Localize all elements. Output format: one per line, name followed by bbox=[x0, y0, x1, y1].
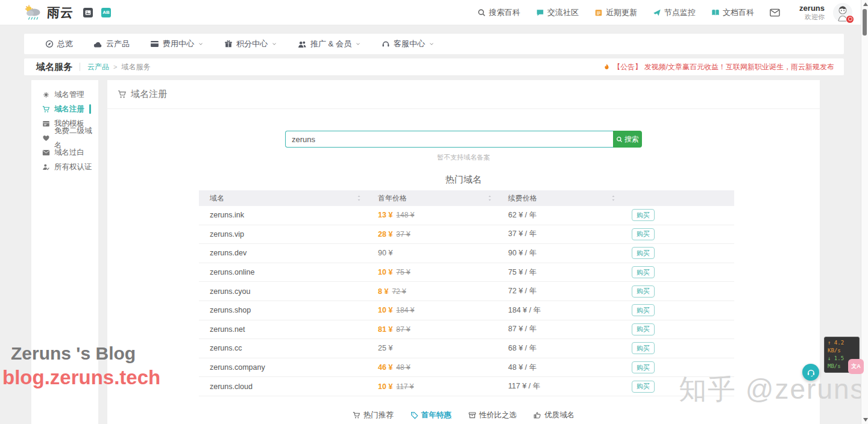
rain-cloud-logo-icon bbox=[24, 5, 42, 20]
renewal-price: 117 ¥ / 年 bbox=[497, 381, 621, 391]
table-row: zeruns.company46 ¥48 ¥48 ¥ / 年购买 bbox=[199, 358, 734, 378]
top-menu: 搜索百科 交流社区 近期更新 节点监控 文档百科 zeruns bbox=[477, 4, 825, 22]
active-indicator bbox=[89, 104, 91, 114]
table-row: zeruns.cyou8 ¥72 ¥72 ¥ / 年购买 bbox=[199, 282, 734, 301]
tab-premium-domains[interactable]: 优质域名 bbox=[533, 410, 574, 420]
scroll-down-arrow-icon[interactable] bbox=[863, 418, 868, 422]
buy-button[interactable]: 购买 bbox=[632, 228, 655, 240]
thumbs-up-icon bbox=[533, 411, 541, 419]
headset-icon bbox=[807, 368, 816, 377]
domain-name: zeruns.online bbox=[199, 268, 366, 276]
price-original: 148 ¥ bbox=[396, 211, 414, 219]
template-icon bbox=[42, 120, 50, 128]
header-domain[interactable]: 域名 bbox=[199, 193, 366, 204]
top-menu-updates[interactable]: 近期更新 bbox=[594, 7, 637, 18]
sidebar: 域名管理 域名注册 我的模板 免费二级域名 域名过白 所有权认证 bbox=[31, 80, 98, 424]
mail-icon bbox=[42, 149, 50, 156]
translate-icon: 文A bbox=[851, 363, 861, 370]
chevron-down-icon bbox=[271, 41, 277, 47]
mail-button[interactable] bbox=[770, 8, 780, 17]
renewal-price: 48 ¥ / 年 bbox=[497, 363, 621, 373]
cart-icon bbox=[118, 90, 127, 99]
domain-name: zeruns.shop bbox=[199, 306, 366, 314]
breadcrumb-parent-link[interactable]: 云产品 bbox=[87, 62, 109, 72]
calendar-icon bbox=[594, 8, 603, 17]
flame-icon bbox=[603, 63, 610, 71]
sidebar-item-domain-whitelist[interactable]: 域名过白 bbox=[31, 145, 98, 160]
breadcrumb-separator: > bbox=[113, 63, 117, 70]
price-original: 87 ¥ bbox=[396, 325, 410, 334]
buy-button[interactable]: 购买 bbox=[632, 323, 655, 335]
table-row: zeruns.online10 ¥75 ¥75 ¥ / 年购买 bbox=[199, 263, 734, 282]
top-menu-community[interactable]: 交流社区 bbox=[536, 7, 579, 18]
sort-icon[interactable] bbox=[356, 195, 362, 202]
search-button[interactable]: 搜索 bbox=[613, 131, 642, 148]
person-check-icon bbox=[42, 163, 50, 171]
tab-first-year-deal[interactable]: 首年特惠 bbox=[410, 410, 451, 420]
users-icon bbox=[298, 40, 307, 48]
avatar[interactable] bbox=[833, 3, 852, 22]
buy-button[interactable]: 购买 bbox=[632, 247, 655, 259]
brand[interactable]: 雨云 AB bbox=[24, 4, 111, 21]
domain-name: zeruns.cloud bbox=[199, 382, 366, 391]
domain-search: 搜索 bbox=[285, 131, 642, 148]
price-original: 75 ¥ bbox=[396, 268, 410, 276]
domain-search-input[interactable] bbox=[285, 131, 613, 148]
screen: 雨云 AB 搜索百科 交流社区 近期更新 节点监控 bbox=[0, 0, 868, 424]
buy-button[interactable]: 购买 bbox=[632, 266, 655, 278]
renewal-price: 87 ¥ / 年 bbox=[497, 324, 621, 334]
sort-icon[interactable] bbox=[487, 195, 492, 202]
tab-value-picks[interactable]: 性价比之选 bbox=[468, 410, 517, 420]
price-current: 90 ¥ bbox=[378, 249, 392, 257]
sort-icon[interactable] bbox=[611, 195, 616, 202]
buy-button[interactable]: 购买 bbox=[632, 304, 655, 316]
buy-button[interactable]: 购买 bbox=[632, 361, 655, 373]
announcement-link[interactable]: 【公告】 发视频/文章赢百元收益！互联网新职业诞生，雨云新规发布 bbox=[603, 62, 834, 72]
paper-plane-icon bbox=[653, 8, 661, 17]
envelope-icon bbox=[770, 8, 780, 17]
table-row: zeruns.vip28 ¥37 ¥37 ¥ / 年购买 bbox=[199, 225, 734, 245]
nav-item-referral-membership[interactable]: 推广 & 会员 bbox=[298, 39, 361, 49]
buy-button[interactable]: 购买 bbox=[632, 381, 655, 393]
upload-speed: ↑ 4.2 KB/s bbox=[828, 339, 856, 355]
nav-item-cloud-products[interactable]: 云产品 bbox=[93, 39, 130, 49]
scrollbar-thumb[interactable] bbox=[863, 9, 867, 36]
user-block[interactable]: zeruns 欢迎你 bbox=[799, 4, 825, 22]
sidebar-item-ownership-verify[interactable]: 所有权认证 bbox=[31, 160, 98, 174]
table-row: zeruns.cc25 ¥68 ¥ / 年购买 bbox=[199, 339, 734, 358]
translate-button[interactable]: 文A bbox=[848, 359, 864, 374]
gears-icon bbox=[42, 91, 50, 99]
domain-name: zeruns.company bbox=[199, 363, 366, 372]
domain-name: zeruns.dev bbox=[199, 249, 366, 257]
table-header-row: 域名 首年价格 续费价格 bbox=[199, 190, 734, 206]
price-current: 10 ¥ bbox=[378, 382, 392, 391]
breadcrumb-current: 域名服务 bbox=[121, 62, 150, 72]
user-greeting: 欢迎你 bbox=[799, 13, 825, 22]
header-renewal-price[interactable]: 续费价格 bbox=[497, 193, 621, 204]
table-row: zeruns.shop10 ¥184 ¥184 ¥ / 年购买 bbox=[199, 301, 734, 320]
nav-item-overview[interactable]: 总览 bbox=[45, 39, 73, 49]
chat-icon bbox=[536, 8, 544, 17]
support-chat-button[interactable] bbox=[802, 364, 819, 381]
book-icon bbox=[711, 8, 720, 17]
top-menu-node-monitor[interactable]: 节点监控 bbox=[653, 7, 696, 18]
sidebar-item-domain-register[interactable]: 域名注册 bbox=[31, 102, 98, 116]
nav-item-billing[interactable]: 费用中心 bbox=[150, 39, 204, 49]
nav-item-points[interactable]: 积分中心 bbox=[224, 39, 277, 49]
sidebar-item-free-subdomain[interactable]: 免费二级域名 bbox=[31, 131, 98, 145]
box-icon bbox=[468, 411, 476, 419]
sidebar-item-domain-manage[interactable]: 域名管理 bbox=[31, 87, 98, 102]
top-menu-search-wiki[interactable]: 搜索百科 bbox=[477, 7, 520, 18]
tab-hot-recommend[interactable]: 热门推荐 bbox=[353, 410, 394, 420]
top-menu-docs[interactable]: 文档百科 bbox=[711, 7, 754, 18]
buy-button[interactable]: 购买 bbox=[632, 342, 655, 354]
header-first-year-price[interactable]: 首年价格 bbox=[366, 193, 497, 204]
domain-name: zeruns.net bbox=[199, 325, 366, 334]
buy-button[interactable]: 购买 bbox=[632, 209, 655, 221]
scroll-up-arrow-icon[interactable] bbox=[863, 2, 868, 6]
cart-icon bbox=[353, 411, 360, 419]
buy-button[interactable]: 购买 bbox=[632, 285, 655, 298]
table-row: zeruns.net81 ¥87 ¥87 ¥ / 年购买 bbox=[199, 320, 734, 340]
search-note: 暂不支持域名备案 bbox=[107, 153, 820, 162]
nav-item-support[interactable]: 客服中心 bbox=[382, 39, 435, 49]
